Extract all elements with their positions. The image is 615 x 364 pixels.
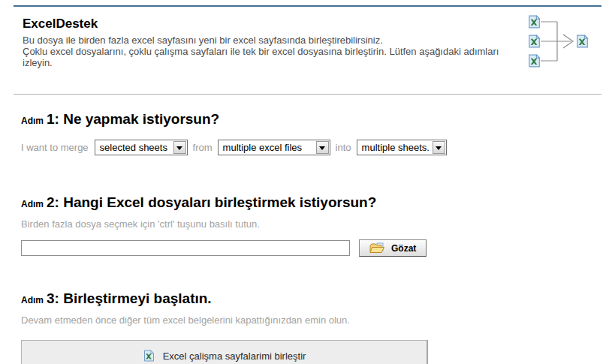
header-description-line1: Bu dosya ile birden fazla excel sayfasın…: [23, 35, 592, 46]
step-2-section: Adım2: Hangi Excel dosyaları birleştirme…: [14, 191, 601, 257]
into-label: into: [336, 142, 351, 153]
excel-file-icon: [143, 350, 155, 362]
browse-button-label: Gözat: [391, 243, 416, 254]
folder-open-icon: [369, 242, 384, 254]
section-divider: [14, 94, 601, 95]
sheets-select[interactable]: selected sheets: [95, 140, 188, 155]
merge-options-row: I want to merge selected sheets from mul…: [21, 140, 601, 155]
step-1-section: Adım1: Ne yapmak istiyorsun? I want to m…: [14, 107, 601, 155]
target-select-value: multiple sheets.: [357, 142, 430, 153]
merge-sheets-button-label: Excel çalişma sayfalarimi birleştir: [163, 350, 306, 362]
step-3-heading: Adım3: Birleştirmeyi başlatın.: [21, 287, 601, 308]
file-picker-row: Gözat: [21, 239, 601, 257]
page-title: ExcelDestek: [23, 17, 592, 32]
header-description-line2: Çoklu excel dosyalarını, çoklu çalışma s…: [23, 46, 592, 68]
step-3-hint: Devam etmeden önce diğer tüm excel belge…: [21, 314, 601, 326]
chevron-down-icon[interactable]: [316, 141, 329, 154]
step-2-hint: Birden fazla dosya seçmek için 'ctrl' tu…: [21, 218, 601, 230]
target-select[interactable]: multiple sheets.: [357, 140, 447, 155]
step-1-title: 1: Ne yapmak istiyorsun?: [47, 111, 219, 127]
merge-label: I want to merge: [21, 142, 89, 153]
merge-sheets-button[interactable]: Excel çalişma sayfalarimi birleştir: [21, 340, 428, 364]
browse-button[interactable]: Gözat: [359, 239, 427, 257]
excel-file-icon: [529, 16, 540, 28]
step-2-heading: Adım2: Hangi Excel dosyaları birleştirme…: [21, 191, 601, 212]
step-3-title: 3: Birleştirmeyi başlatın.: [47, 290, 212, 306]
step-1-heading: Adım1: Ne yapmak istiyorsun?: [21, 107, 601, 128]
step-2-prefix: Adım: [21, 199, 44, 209]
step-1-prefix: Adım: [21, 116, 44, 126]
files-select[interactable]: multiple excel files: [218, 140, 330, 155]
file-path-input[interactable]: [21, 240, 350, 256]
chevron-down-icon[interactable]: [173, 141, 186, 154]
step-2-title: 2: Hangi Excel dosyaları birleştirmek is…: [47, 194, 376, 210]
step-3-prefix: Adım: [21, 295, 44, 305]
header: ExcelDestek Bu dosya ile birden fazla ex…: [14, 7, 601, 68]
excel-file-icon: [529, 55, 540, 67]
page: ExcelDestek Bu dosya ile birden fazla ex…: [0, 5, 615, 364]
files-select-value: multiple excel files: [219, 142, 303, 153]
excel-file-icon: [529, 35, 540, 47]
step-3-section: Adım3: Birleştirmeyi başlatın. Devam etm…: [14, 287, 601, 364]
excel-file-icon: [577, 35, 588, 47]
merge-diagram: [518, 13, 597, 73]
from-label: from: [193, 142, 213, 153]
chevron-down-icon[interactable]: [433, 141, 445, 154]
sheets-select-value: selected sheets: [95, 142, 167, 153]
